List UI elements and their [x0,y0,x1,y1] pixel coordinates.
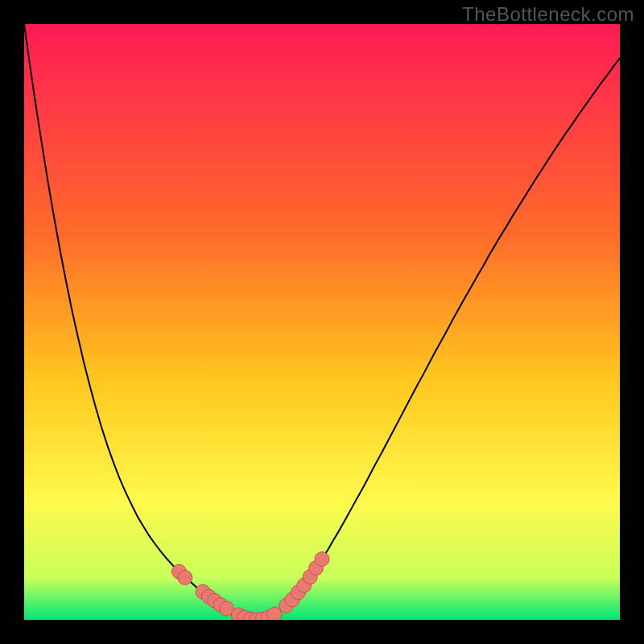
gradient-background [24,24,620,620]
highlight-marker [315,552,329,567]
chart-svg [24,24,620,620]
highlight-marker [178,570,192,584]
watermark-text: TheBottleneck.com [462,3,634,26]
highlight-marker [267,607,282,620]
chart-frame: TheBottleneck.com [0,0,644,644]
